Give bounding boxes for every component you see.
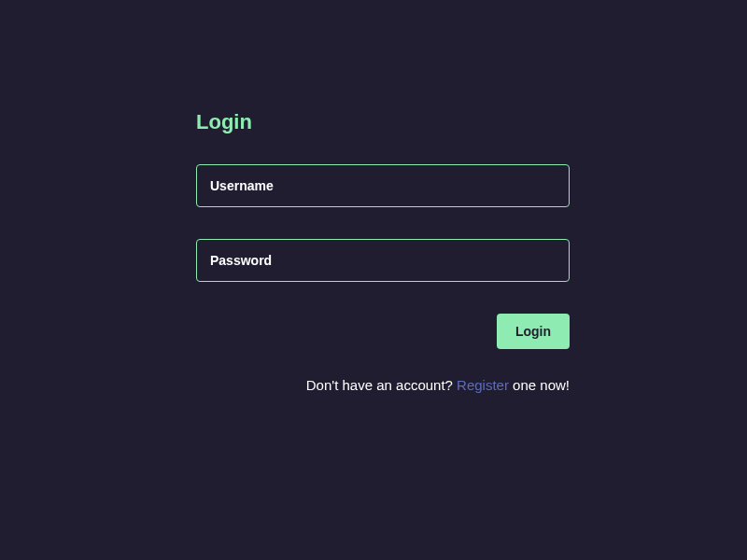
register-prefix: Don't have an account? xyxy=(306,377,457,393)
login-title: Login xyxy=(196,110,570,134)
register-link[interactable]: Register xyxy=(457,377,509,393)
login-button[interactable]: Login xyxy=(497,314,570,349)
register-suffix: one now! xyxy=(509,377,570,393)
password-input[interactable] xyxy=(196,239,570,282)
login-form: Login Login Don't have an account? Regis… xyxy=(196,110,570,393)
button-row: Login xyxy=(196,314,570,349)
register-prompt: Don't have an account? Register one now! xyxy=(196,377,570,393)
username-input[interactable] xyxy=(196,164,570,207)
